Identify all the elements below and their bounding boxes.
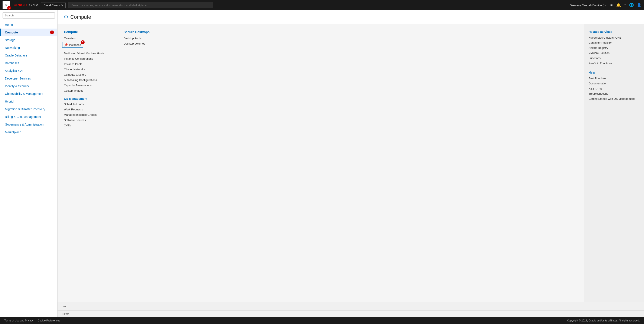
desktops-link-pools[interactable]: Desktop Pools (124, 37, 166, 40)
region-label: Germany Central (Frankfurt) (570, 4, 604, 7)
os-link-managed-instance-groups[interactable]: Managed Instance Groups (64, 113, 106, 116)
right-panel: Related services Kubernetes Clusters (OK… (584, 24, 644, 302)
bottom-tray-text: orn (62, 304, 66, 308)
sidebar-item-billing-cost-management[interactable]: Billing & Cost Management (0, 113, 57, 121)
top-navigation: × 1 ORACLE Cloud Cloud Classic > Germany… (0, 0, 644, 10)
footer-links: Terms of Use and Privacy Cookie Preferen… (4, 319, 60, 322)
sidebar-item-compute[interactable]: Compute 2 (0, 28, 57, 36)
bottom-tray: orn (58, 302, 644, 310)
help-icon[interactable]: ? (624, 3, 626, 8)
sidebar-item-home[interactable]: Home (0, 21, 57, 28)
close-area: × 1 (2, 1, 10, 9)
sidebar-search-input[interactable] (2, 12, 55, 18)
related-services-title: Related services (588, 30, 640, 34)
os-link-software-sources[interactable]: Software Sources (64, 118, 106, 122)
secure-desktops-section: Secure Desktops Desktop Pools Desktop Vo… (124, 30, 166, 296)
help-link-troubleshooting[interactable]: Troubleshooting (588, 92, 640, 95)
sidebar: Home Compute 2 Storage Networking Oracle… (0, 10, 58, 317)
filters-hint: Filters (58, 310, 644, 317)
compute-link-dedicated-vm[interactable]: Dedicated Virtual Machine Hosts (64, 52, 106, 55)
cloud-text: Cloud (30, 3, 38, 7)
compute-section: Compute Overview 📌 Instances 3 Dedicated… (64, 30, 106, 296)
compute-link-custom-images[interactable]: Custom Images (64, 89, 106, 92)
oracle-logo: ORACLE Cloud (14, 3, 38, 7)
globe-icon[interactable]: 🌐 (629, 3, 634, 8)
sidebar-item-hybrid[interactable]: Hybrid (0, 98, 57, 105)
help-link-os-management[interactable]: Getting Started with OS Management (588, 97, 640, 100)
oracle-text: ORACLE (14, 3, 28, 7)
sidebar-item-governance-administration[interactable]: Governance & Administration (0, 121, 57, 128)
filters-label: Filters (62, 312, 69, 316)
sidebar-item-migration-disaster-recovery[interactable]: Migration & Disaster Recovery (0, 105, 57, 113)
region-selector[interactable]: Germany Central (Frankfurt) ▾ (570, 4, 607, 7)
compute-link-autoscaling[interactable]: Autoscaling Configurations (64, 78, 106, 82)
related-link-artifact-registry[interactable]: Artifact Registry (588, 46, 640, 50)
instances-label: Instances (69, 43, 81, 46)
sidebar-item-developer-services[interactable]: Developer Services (0, 74, 57, 82)
sidebar-item-identity-security[interactable]: Identity & Security (0, 82, 57, 90)
instances-container: 📌 Instances 3 (64, 42, 83, 50)
compute-page-icon: ⚙ (64, 14, 68, 20)
sidebar-compute-label: Compute (5, 31, 18, 34)
nav-right: Germany Central (Frankfurt) ▾ ▣ 🔔 ? 🌐 👤 (570, 3, 642, 8)
global-search-input[interactable] (68, 2, 213, 8)
compute-link-instances[interactable]: 📌 Instances (62, 42, 83, 48)
compute-link-capacity-reservations[interactable]: Capacity Reservations (64, 84, 106, 87)
sidebar-item-networking[interactable]: Networking (0, 44, 57, 52)
cloud-classic-button[interactable]: Cloud Classic > (41, 2, 66, 8)
chevron-down-icon: ▾ (605, 4, 607, 7)
os-link-work-requests[interactable]: Work Requests (64, 108, 106, 111)
os-link-scheduled-jobs[interactable]: Scheduled Jobs (64, 102, 106, 106)
sidebar-item-analytics-ai[interactable]: Analytics & AI (0, 67, 57, 74)
badge-2: 2 (50, 30, 54, 34)
footer-cookies-link[interactable]: Cookie Preferences (38, 319, 60, 322)
related-link-functions[interactable]: Functions (588, 56, 640, 60)
main-layout: Home Compute 2 Storage Networking Oracle… (0, 10, 644, 317)
bell-icon[interactable]: 🔔 (616, 3, 621, 8)
related-link-pre-built-functions[interactable]: Pre-Built Functions (588, 62, 640, 65)
badge-1: 1 (7, 6, 11, 10)
sidebar-item-marketplace[interactable]: Marketplace (0, 128, 57, 136)
user-avatar-icon[interactable]: 👤 (637, 3, 642, 8)
compute-section-title: Compute (64, 30, 106, 34)
main-content: ⚙ Compute Compute Overview 📌 Instances 3 (58, 10, 644, 317)
compute-link-overview[interactable]: Overview (64, 37, 106, 40)
sidebar-item-oracle-database[interactable]: Oracle Database (0, 52, 57, 59)
compute-link-cluster-networks[interactable]: Cluster Networks (64, 68, 106, 71)
help-link-documentation[interactable]: Documentation (588, 82, 640, 85)
sidebar-item-observability-management[interactable]: Observability & Management (0, 90, 57, 98)
help-link-rest-apis[interactable]: REST APIs (588, 87, 640, 90)
related-link-container-registry[interactable]: Container Registry (588, 41, 640, 44)
page-header: ⚙ Compute (58, 10, 644, 24)
desktops-link-volumes[interactable]: Desktop Volumes (124, 42, 166, 45)
related-link-vmware[interactable]: VMware Solution (588, 51, 640, 54)
related-link-kubernetes[interactable]: Kubernetes Clusters (OKE) (588, 36, 640, 39)
compute-link-compute-clusters[interactable]: Compute Clusters (64, 73, 106, 76)
terminal-icon[interactable]: ▣ (610, 3, 613, 8)
content-grid: Compute Overview 📌 Instances 3 Dedicated… (58, 24, 644, 302)
os-management-title: OS Management (64, 97, 106, 100)
os-link-cves[interactable]: CVEs (64, 124, 106, 127)
page-title: Compute (70, 14, 91, 20)
sidebar-item-storage[interactable]: Storage (0, 36, 57, 44)
help-title: Help (588, 71, 640, 74)
pin-icon: 📌 (64, 43, 68, 46)
sidebar-search-container (0, 10, 57, 21)
sidebar-item-databases[interactable]: Databases (0, 59, 57, 67)
footer: Terms of Use and Privacy Cookie Preferen… (0, 317, 644, 324)
footer-terms-link[interactable]: Terms of Use and Privacy (4, 319, 34, 322)
footer-copyright: Copyright © 2024, Oracle and/or its affi… (567, 319, 640, 322)
compute-link-instance-configurations[interactable]: Instance Configurations (64, 57, 106, 60)
compute-link-instance-pools[interactable]: Instance Pools (64, 62, 106, 66)
content-main: Compute Overview 📌 Instances 3 Dedicated… (58, 24, 584, 302)
help-link-best-practices[interactable]: Best Practices (588, 77, 640, 80)
badge-3: 3 (81, 40, 84, 44)
secure-desktops-title: Secure Desktops (124, 30, 166, 34)
